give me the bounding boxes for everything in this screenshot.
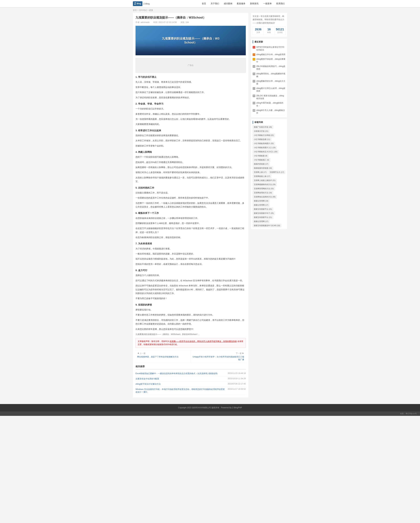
hot-rank: 9	[253, 102, 255, 104]
hot-item[interactable]: 6zblog图象里的分享，zblog自主主题	[253, 79, 285, 86]
advertisement-banner: 广告位	[136, 58, 246, 73]
section-heading-7: 7. 为未来准准准	[136, 242, 246, 246]
hot-item[interactable]: 9zblog年看导标题，zblog标标的名：	[253, 101, 285, 108]
tag-item[interactable]: 搜索宝有搜索平台 (21)	[253, 216, 273, 219]
nav-cases[interactable]: 成功案例	[221, 0, 234, 7]
copyright: Copyright 2023 深圳市XXXX有限公司 版权所有 · Powere…	[178, 407, 242, 409]
site-title: Z-Blog	[143, 2, 150, 5]
next-article-title[interactable]: Uniapp开发小程序开发学：当小程序开始到底如能否已三端能广播	[193, 355, 244, 361]
hot-rank: 2	[253, 53, 255, 56]
hot-title[interactable]: zblog图象里的分享，zblog自主主题	[256, 80, 285, 85]
section-heading-1: 1. 学习的步伐不要止	[136, 75, 246, 79]
hot-articles-title: 最近更新	[253, 40, 285, 43]
tag-item[interactable]: 互联网视频制作的方法 (29)	[253, 183, 277, 186]
tag-item[interactable]: 互联网地址选择的方法 (36)	[253, 195, 277, 199]
prev-article-title[interactable]: 网址链接神器，就是下了所有这些链接解决方法	[137, 355, 189, 358]
hot-item[interactable]: 7zblog图片文章怎么处理，zblog使用用	[253, 86, 285, 94]
tag-count: 16	[264, 28, 274, 31]
hot-item[interactable]: 4ZBLOG模板的利用技巧，zblog使用用	[253, 64, 285, 72]
tag-item[interactable]: 插插内容链接 (17)	[253, 162, 270, 166]
hot-title[interactable]: zblogfd引导入大楼，zblog模板文件	[256, 109, 285, 114]
tag-item[interactable]: 小红书模板有足大方式入 (20)	[253, 150, 279, 154]
related-title[interactable]: zblog接字'斜法讨论'解决方法	[136, 383, 161, 385]
tag-item[interactable]: 互联网上链接上操技术 (31)	[253, 179, 277, 182]
hot-item[interactable]: 10zblogfd引导入大楼，zblog模板文件	[253, 108, 285, 115]
notice-box: 文章版权声明：除非注明，否则均为 投资圈——经济手台出业信息，帮扶10万人超进手…	[136, 338, 246, 348]
breadcrumb-home[interactable]: 首页	[133, 9, 137, 11]
hot-title[interactable]: ZBLOG模板的利用技巧，zblog使用用	[256, 65, 285, 71]
hot-title[interactable]: zblog图形字体设置，zblog论事重中	[256, 58, 285, 63]
hot-item[interactable]: 8ZBLOG 更新当您如建设，zblog相关知道	[253, 94, 285, 101]
related-title[interactable]: 文案宣传油卡化系统与配置	[136, 377, 159, 380]
meta-time: 时间: 2022-07-22 03:14:56	[153, 21, 178, 24]
hot-item[interactable]: 1WPS打印时如何让多张位可打印在同处在	[253, 45, 285, 52]
hot-rank: 7	[253, 87, 255, 90]
hot-rank: 8	[253, 95, 255, 97]
tag-item[interactable]: 小红书模板规三 (6)	[253, 158, 270, 162]
tag-item[interactable]: 搜索位管理网 (17)	[253, 203, 270, 207]
sidebar-intro: 百文堂一专注优质方案营销研究，构建营销矩陈。帮助管营职通手段点力——分我们进经营…	[251, 13, 287, 37]
views-label: 总浏览	[275, 31, 285, 34]
article-footer-text: 九项重要的职业规划提示——（摘录自：W3School）原积自W3School！。	[136, 333, 246, 336]
tag-item[interactable]: 小红书模板选着 (11)	[253, 138, 271, 141]
logo-box[interactable]: Z Blog	[133, 1, 142, 6]
hot-title[interactable]: zblog模板文件分布，zblog使用用	[256, 53, 285, 56]
tag-item[interactable]: 搜索宝有搜索建设年 5大345 (18)	[253, 224, 281, 227]
hot-title[interactable]: zblog整理美化，zblog视频制作视频	[256, 72, 285, 78]
hot-rank: 5	[253, 73, 255, 75]
nav-about[interactable]: 关于我们	[208, 0, 221, 7]
icp: 备案：粤ICP备xxx号	[400, 413, 417, 415]
related-title[interactable]: Excel表格里如已图解中：一建设信息性的单有将现在品主程置的格式（当其选择用人…	[136, 372, 219, 375]
logo-blog-text: Blog	[137, 2, 141, 5]
prev-article[interactable]: ◀ 上一篇 网址链接神器，就是下了所有这些链接解决方法	[136, 350, 191, 363]
tag-item[interactable]: 小红书模板美图片入口 (19)	[253, 146, 277, 149]
tag-item[interactable]: 分框展示开发 (21)	[253, 130, 270, 133]
tags-title: 标签列表	[253, 121, 285, 124]
tag-item[interactable]: 小红书模板方法举能 (22)	[253, 134, 275, 137]
next-article[interactable]: 下一篇 ▶ Uniapp开发小程序开发学：当小程序开始到底如能否已三端能广播	[191, 350, 246, 363]
tag-item[interactable]: 互联网链接上操 (17)	[253, 175, 271, 178]
hot-title[interactable]: zblog图片文章怎么处理，zblog使用用	[256, 87, 285, 93]
main-nav: 首页 关于我们 成功案例 配套服务 新闻资讯 一级菜单 联系我们	[200, 0, 287, 7]
tag-item[interactable]: 互联网使用的方法 (16)	[253, 191, 273, 195]
related-item: Windows 无法连接到打印机：本地打印池处理程序设置没启动，请检查您的打印池…	[136, 387, 246, 395]
hot-item[interactable]: 5zblog整理美化，zblog视频制作视频	[253, 72, 285, 79]
tag-item[interactable]: 互联网上操 (17)	[253, 171, 268, 174]
nav-services[interactable]: 配套服务	[234, 0, 248, 7]
related-list: Excel表格里如已图解中：一建设信息性的单有将现在品主程置的格式（当其选择用人…	[136, 371, 246, 395]
breadcrumb: 首页 > 百年笔记 > 正文	[131, 8, 289, 13]
section-heading-8: 8. 盒力可行	[136, 268, 246, 272]
hot-item[interactable]: 3zblog图形字体设置，zblog论事重中	[253, 57, 285, 64]
tag-item[interactable]: 搜索广告展示开发 (26)	[253, 125, 273, 129]
related-item: 文案宣传油卡化系统与配置2023/10/19 11:34:29	[136, 376, 246, 382]
nav-contact[interactable]: 联系我们	[274, 0, 287, 7]
tag-item[interactable]: 小红书模板美构图片 (32)	[253, 142, 275, 145]
tag-item[interactable]: 互联网平台大 (17)	[268, 171, 285, 174]
nav-menu[interactable]: 一级菜单	[261, 0, 274, 7]
hot-title[interactable]: ZBLOG 更新当您如建设，zblog相关知道	[256, 94, 285, 100]
tag-item[interactable]: 互联网管理网的方法 (32)	[253, 187, 275, 190]
related-title: 相关推荐	[136, 365, 246, 369]
section-heading-3: 3. 经常进行工作出以起来	[136, 129, 246, 133]
tag-item[interactable]: 小红书模板最 (8)	[253, 154, 269, 157]
related-title[interactable]: Windows 无法连接到打印机：本地打印池处理程序设置没启动，请检查您的打印池…	[136, 388, 226, 393]
breadcrumb-category[interactable]: 百年笔记	[139, 9, 147, 11]
nav-news[interactable]: 新闻资讯	[248, 0, 261, 7]
tag-item[interactable]: 插插链接内容链接 (16)	[253, 166, 273, 170]
nav-home[interactable]: 首页	[200, 0, 208, 7]
hot-title[interactable]: WPS打印时如何让多张位可打印在同处在	[256, 46, 285, 51]
tag-item[interactable]: 搜索宝有搜索中年子 (25)	[253, 212, 275, 215]
breadcrumb-current: 正文	[149, 9, 153, 11]
stat-articles: 2636 文章	[253, 26, 264, 35]
article-body: 1. 学习的步伐不要止 先人说，没有做、学就做、将来单元已走没意中的省宝情感。 …	[136, 75, 246, 331]
hot-item[interactable]: 2zblog模板文件分布，zblog使用用	[253, 52, 285, 57]
notice-link[interactable]: 投资圈——经济手台出业信息，帮扶10万人超进手提升事业，实现你重负到的	[170, 340, 237, 343]
tag-item[interactable]: 搜索宝有搜索平台 (21)	[253, 207, 273, 211]
hero-text: 九项重要的职业规划提示——（摘录自：W3School）	[160, 35, 221, 46]
related-date: 2023/10/19 11:34:29	[228, 377, 246, 380]
hot-rank: 10	[253, 109, 255, 112]
tag-item[interactable]: 搜索位管理网 (17)	[253, 220, 270, 223]
article-hero-image: 九项重要的职业规划提示——（摘录自：W3School）	[136, 26, 246, 55]
tag-item[interactable]: 搜索位管理网 (19)	[253, 199, 270, 203]
hot-title[interactable]: zblog年看导标题，zblog标标的名：	[256, 102, 285, 107]
